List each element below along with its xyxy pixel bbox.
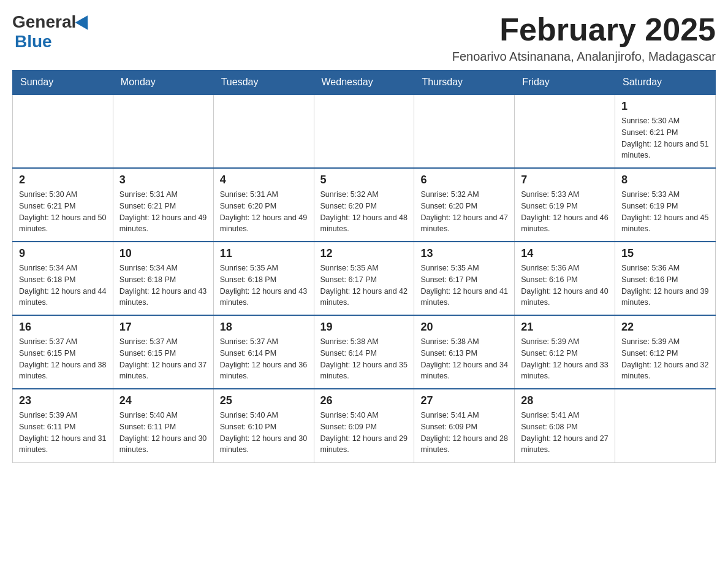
calendar-header-row: Sunday Monday Tuesday Wednesday Thursday… [13, 71, 716, 95]
day-info: Sunrise: 5:31 AMSunset: 6:20 PMDaylight:… [220, 189, 308, 235]
table-row: 9Sunrise: 5:34 AMSunset: 6:18 PMDaylight… [13, 242, 113, 315]
day-info: Sunrise: 5:35 AMSunset: 6:18 PMDaylight:… [220, 262, 308, 308]
day-number: 14 [521, 247, 609, 260]
table-row: 23Sunrise: 5:39 AMSunset: 6:11 PMDayligh… [13, 389, 113, 462]
day-number: 21 [521, 321, 609, 334]
col-thursday: Thursday [414, 71, 515, 95]
day-info: Sunrise: 5:40 AMSunset: 6:11 PMDaylight:… [119, 410, 207, 456]
day-number: 23 [19, 394, 107, 407]
logo-triangle-icon [75, 12, 94, 29]
title-section: February 2025 Fenoarivo Atsinanana, Anal… [452, 12, 716, 64]
day-info: Sunrise: 5:40 AMSunset: 6:10 PMDaylight:… [220, 410, 308, 456]
table-row: 14Sunrise: 5:36 AMSunset: 6:16 PMDayligh… [515, 242, 615, 315]
day-info: Sunrise: 5:40 AMSunset: 6:09 PMDaylight:… [320, 410, 408, 456]
day-info: Sunrise: 5:41 AMSunset: 6:09 PMDaylight:… [420, 410, 508, 456]
day-info: Sunrise: 5:39 AMSunset: 6:12 PMDaylight:… [621, 336, 709, 382]
day-info: Sunrise: 5:39 AMSunset: 6:12 PMDaylight:… [521, 336, 609, 382]
table-row [213, 94, 314, 168]
table-row: 15Sunrise: 5:36 AMSunset: 6:16 PMDayligh… [615, 242, 716, 315]
day-info: Sunrise: 5:38 AMSunset: 6:13 PMDaylight:… [420, 336, 508, 382]
day-number: 9 [19, 247, 107, 260]
day-info: Sunrise: 5:36 AMSunset: 6:16 PMDaylight:… [521, 262, 609, 308]
col-friday: Friday [515, 71, 615, 95]
day-info: Sunrise: 5:33 AMSunset: 6:19 PMDaylight:… [621, 189, 709, 235]
table-row [615, 389, 716, 462]
day-info: Sunrise: 5:37 AMSunset: 6:14 PMDaylight:… [220, 336, 308, 382]
table-row: 12Sunrise: 5:35 AMSunset: 6:17 PMDayligh… [314, 242, 414, 315]
day-number: 27 [420, 394, 508, 407]
table-row: 24Sunrise: 5:40 AMSunset: 6:11 PMDayligh… [113, 389, 213, 462]
day-number: 1 [621, 100, 709, 113]
table-row: 4Sunrise: 5:31 AMSunset: 6:20 PMDaylight… [213, 168, 314, 242]
table-row: 22Sunrise: 5:39 AMSunset: 6:12 PMDayligh… [615, 315, 716, 389]
day-number: 15 [621, 247, 709, 260]
table-row: 28Sunrise: 5:41 AMSunset: 6:08 PMDayligh… [515, 389, 615, 462]
table-row [314, 94, 414, 168]
calendar-week-row: 16Sunrise: 5:37 AMSunset: 6:15 PMDayligh… [13, 315, 716, 389]
table-row: 19Sunrise: 5:38 AMSunset: 6:14 PMDayligh… [314, 315, 414, 389]
table-row: 11Sunrise: 5:35 AMSunset: 6:18 PMDayligh… [213, 242, 314, 315]
day-number: 6 [420, 174, 508, 186]
table-row: 17Sunrise: 5:37 AMSunset: 6:15 PMDayligh… [113, 315, 213, 389]
table-row: 18Sunrise: 5:37 AMSunset: 6:14 PMDayligh… [213, 315, 314, 389]
table-row: 8Sunrise: 5:33 AMSunset: 6:19 PMDaylight… [615, 168, 716, 242]
day-number: 25 [220, 394, 308, 407]
logo-general-text: General [12, 12, 76, 32]
day-info: Sunrise: 5:37 AMSunset: 6:15 PMDaylight:… [19, 336, 107, 382]
table-row: 2Sunrise: 5:30 AMSunset: 6:21 PMDaylight… [13, 168, 113, 242]
day-info: Sunrise: 5:32 AMSunset: 6:20 PMDaylight:… [320, 189, 408, 235]
day-info: Sunrise: 5:37 AMSunset: 6:15 PMDaylight:… [119, 336, 207, 382]
table-row: 13Sunrise: 5:35 AMSunset: 6:17 PMDayligh… [414, 242, 515, 315]
day-number: 11 [220, 247, 308, 260]
calendar-week-row: 2Sunrise: 5:30 AMSunset: 6:21 PMDaylight… [13, 168, 716, 242]
table-row: 3Sunrise: 5:31 AMSunset: 6:21 PMDaylight… [113, 168, 213, 242]
logo: General Blue [12, 12, 92, 52]
day-info: Sunrise: 5:35 AMSunset: 6:17 PMDaylight:… [420, 262, 508, 308]
day-info: Sunrise: 5:38 AMSunset: 6:14 PMDaylight:… [320, 336, 408, 382]
table-row [515, 94, 615, 168]
logo-blue-text: Blue [15, 32, 52, 51]
page-header: General Blue February 2025 Fenoarivo Ats… [12, 12, 716, 64]
day-info: Sunrise: 5:31 AMSunset: 6:21 PMDaylight:… [119, 189, 207, 235]
day-number: 3 [119, 174, 207, 186]
table-row [113, 94, 213, 168]
day-number: 24 [119, 394, 207, 407]
day-number: 4 [220, 174, 308, 186]
table-row: 16Sunrise: 5:37 AMSunset: 6:15 PMDayligh… [13, 315, 113, 389]
day-info: Sunrise: 5:30 AMSunset: 6:21 PMDaylight:… [621, 115, 709, 161]
table-row: 25Sunrise: 5:40 AMSunset: 6:10 PMDayligh… [213, 389, 314, 462]
table-row: 5Sunrise: 5:32 AMSunset: 6:20 PMDaylight… [314, 168, 414, 242]
day-info: Sunrise: 5:35 AMSunset: 6:17 PMDaylight:… [320, 262, 408, 308]
day-info: Sunrise: 5:34 AMSunset: 6:18 PMDaylight:… [119, 262, 207, 308]
table-row: 27Sunrise: 5:41 AMSunset: 6:09 PMDayligh… [414, 389, 515, 462]
month-title: February 2025 [452, 12, 716, 47]
calendar-week-row: 9Sunrise: 5:34 AMSunset: 6:18 PMDaylight… [13, 242, 716, 315]
day-number: 26 [320, 394, 408, 407]
table-row: 20Sunrise: 5:38 AMSunset: 6:13 PMDayligh… [414, 315, 515, 389]
day-number: 20 [420, 321, 508, 334]
calendar-table: Sunday Monday Tuesday Wednesday Thursday… [12, 70, 716, 463]
calendar-week-row: 1Sunrise: 5:30 AMSunset: 6:21 PMDaylight… [13, 94, 716, 168]
day-info: Sunrise: 5:32 AMSunset: 6:20 PMDaylight:… [420, 189, 508, 235]
col-wednesday: Wednesday [314, 71, 414, 95]
col-monday: Monday [113, 71, 213, 95]
table-row [13, 94, 113, 168]
table-row: 10Sunrise: 5:34 AMSunset: 6:18 PMDayligh… [113, 242, 213, 315]
col-saturday: Saturday [615, 71, 716, 95]
table-row [414, 94, 515, 168]
day-number: 18 [220, 321, 308, 334]
day-number: 17 [119, 321, 207, 334]
day-number: 7 [521, 174, 609, 186]
calendar-week-row: 23Sunrise: 5:39 AMSunset: 6:11 PMDayligh… [13, 389, 716, 462]
table-row: 21Sunrise: 5:39 AMSunset: 6:12 PMDayligh… [515, 315, 615, 389]
day-number: 12 [320, 247, 408, 260]
day-number: 13 [420, 247, 508, 260]
day-info: Sunrise: 5:33 AMSunset: 6:19 PMDaylight:… [521, 189, 609, 235]
day-number: 2 [19, 174, 107, 186]
col-sunday: Sunday [13, 71, 113, 95]
day-info: Sunrise: 5:39 AMSunset: 6:11 PMDaylight:… [19, 410, 107, 456]
day-number: 8 [621, 174, 709, 186]
table-row: 6Sunrise: 5:32 AMSunset: 6:20 PMDaylight… [414, 168, 515, 242]
day-info: Sunrise: 5:30 AMSunset: 6:21 PMDaylight:… [19, 189, 107, 235]
day-number: 19 [320, 321, 408, 334]
